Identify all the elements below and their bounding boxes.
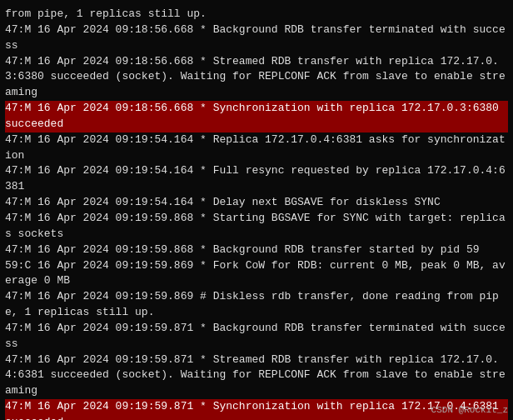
log-line: 47:M 16 Apr 2024 09:18:56.668 * Streamed… [5,54,508,102]
log-line: 47:M 16 Apr 2024 09:19:59.868 * Backgrou… [5,242,508,258]
log-line: 47:M 16 Apr 2024 09:19:54.164 * Replica … [5,132,508,164]
log-line: 47:M 16 Apr 2024 09:19:59.868 * Starting… [5,211,508,242]
log-line: from pipe, 1 replicas still up. [5,7,508,22]
log-line: 59:C 16 Apr 2024 09:19:59.869 * Fork CoW… [5,258,508,290]
terminal-window: from pipe, 1 replicas still up.47:M 16 A… [0,0,513,420]
log-line: 47:M 16 Apr 2024 09:19:59.871 * Backgrou… [5,321,508,352]
log-line: 47:M 16 Apr 2024 09:19:54.164 * Delay ne… [5,195,508,211]
log-line: 47:M 16 Apr 2024 09:18:56.668 * Backgrou… [5,22,508,54]
log-line: 47:M 16 Apr 2024 09:19:59.871 * Streamed… [5,352,508,400]
log-line: 47:M 16 Apr 2024 09:18:56.668 * Synchron… [5,101,508,132]
watermark: CSDN @Rockit_z [431,405,508,415]
log-container: from pipe, 1 replicas still up.47:M 16 A… [5,7,508,420]
log-line: 47:M 16 Apr 2024 09:19:59.869 # Diskless… [5,289,508,321]
log-line: 47:M 16 Apr 2024 09:19:54.164 * Full res… [5,163,508,195]
